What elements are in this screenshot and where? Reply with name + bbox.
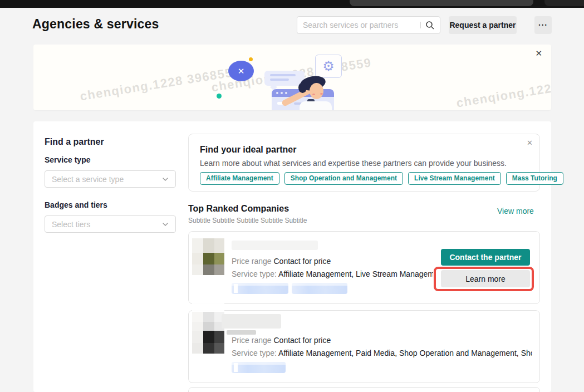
- speech-bubble-illustration: [264, 71, 305, 86]
- watermark-text: chenqiong.1228 3968559: [455, 71, 551, 110]
- search-box[interactable]: [297, 16, 440, 34]
- badge-redacted: [232, 362, 286, 373]
- yellow-dot-decoration: [249, 57, 253, 61]
- chevron-down-icon: [162, 221, 169, 228]
- company-logo-redacted: [192, 312, 224, 354]
- top-ranked-subtitle: Subtitle Subtitle Subtitle Subtitle Subt…: [188, 217, 307, 224]
- contact-partner-button[interactable]: Contact the partner: [441, 249, 530, 266]
- company-card-partial: [188, 387, 540, 392]
- filter-panel-title: Find a partner: [45, 137, 104, 147]
- price-line: Price range Contact for price: [232, 257, 331, 266]
- person-face-illustration: [310, 83, 323, 99]
- agencies-services-page: Agencies & services Request a partner ··…: [0, 0, 584, 392]
- badges-tiers-placeholder: Select tiers: [52, 220, 90, 229]
- more-options-button[interactable]: ···: [534, 16, 552, 34]
- service-type-select[interactable]: Select a service type: [45, 170, 176, 188]
- person-blush-illustration: [320, 93, 323, 95]
- badges-tiers-label: Badges and tiers: [45, 200, 107, 209]
- learn-more-button[interactable]: Learn more: [441, 270, 530, 287]
- teal-dot-decoration: [217, 94, 222, 99]
- gear-icon: ⚙: [315, 55, 342, 78]
- service-tags: Affiliate Management Shop Operation and …: [200, 172, 563, 185]
- search-input[interactable]: [303, 21, 420, 30]
- service-type-placeholder: Select a service type: [52, 175, 124, 184]
- company-card: Price range Contact for price Service ty…: [188, 231, 540, 304]
- topbar-corner-remnant: [544, 0, 584, 6]
- company-name-redacted: [232, 241, 318, 250]
- company-logo-redacted: [192, 238, 224, 275]
- tag-shop-operation[interactable]: Shop Operation and Management: [284, 172, 403, 185]
- banner-close-icon[interactable]: ✕: [535, 49, 542, 57]
- person-shirt-illustration: [300, 101, 332, 110]
- ideal-partner-title: Find your ideal partner: [200, 145, 296, 155]
- tag-affiliate-management[interactable]: Affiliate Management: [200, 172, 279, 185]
- view-more-link[interactable]: View more: [497, 207, 534, 215]
- service-type-line: Service type: Affiliate Management, Live…: [232, 270, 433, 278]
- topbar: [0, 0, 584, 8]
- promo-banner: chenqiong.1228 3968559 chenqiong.1228 39…: [33, 45, 551, 110]
- chevron-down-icon: [162, 176, 169, 183]
- badge-redacted: [292, 283, 347, 294]
- tag-live-stream[interactable]: Live Stream Management: [408, 172, 501, 185]
- search-divider: [420, 22, 421, 28]
- ideal-partner-card: Find your ideal partner Learn more about…: [188, 134, 540, 192]
- badge-redacted: [232, 283, 288, 294]
- service-type-label: Service type: [45, 155, 91, 164]
- price-line: Price range Contact for price: [232, 336, 331, 345]
- company-name-redacted: [227, 330, 256, 335]
- ideal-partner-close-icon[interactable]: ✕: [527, 139, 533, 147]
- page-title: Agencies & services: [32, 17, 159, 32]
- tag-mass-tutoring[interactable]: Mass Tutoring: [506, 172, 563, 185]
- x-icon: ✕: [238, 66, 245, 76]
- close-bubble-illustration: ✕: [228, 61, 254, 81]
- badges-tiers-select[interactable]: Select tiers: [45, 215, 176, 233]
- search-icon[interactable]: [425, 21, 434, 30]
- ideal-partner-description: Learn more about what services and exper…: [200, 159, 507, 168]
- top-ranked-title: Top Ranked Companies: [188, 204, 289, 214]
- request-partner-button[interactable]: Request a partner: [449, 16, 517, 34]
- person-hair-illustration: [298, 82, 307, 93]
- company-name-redacted: [222, 314, 281, 329]
- person-blush-illustration: [312, 94, 315, 95]
- service-type-line: Service type: Affiliate Management, Paid…: [232, 349, 532, 357]
- topbar-search-remnant: [350, 0, 533, 6]
